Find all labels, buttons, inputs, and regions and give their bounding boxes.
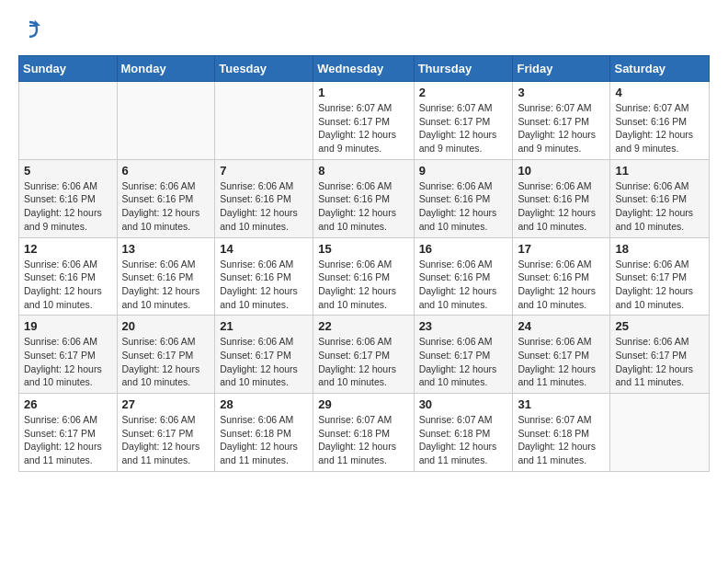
calendar-cell: 11Sunrise: 6:06 AM Sunset: 6:16 PM Dayli… <box>610 159 710 237</box>
day-number: 25 <box>615 319 704 333</box>
day-info: Sunrise: 6:06 AM Sunset: 6:17 PM Dayligh… <box>318 335 408 389</box>
calendar-cell: 18Sunrise: 6:06 AM Sunset: 6:17 PM Dayli… <box>610 237 710 316</box>
calendar-week-row: 19Sunrise: 6:06 AM Sunset: 6:17 PM Dayli… <box>19 316 710 394</box>
calendar-cell: 1Sunrise: 6:07 AM Sunset: 6:17 PM Daylig… <box>313 82 414 160</box>
day-number: 30 <box>419 397 508 411</box>
day-number: 5 <box>24 164 112 178</box>
day-number: 4 <box>615 86 704 99</box>
day-number: 6 <box>122 164 210 178</box>
logo <box>18 18 44 40</box>
calendar-cell: 28Sunrise: 6:06 AM Sunset: 6:18 PM Dayli… <box>215 394 313 472</box>
day-number: 16 <box>419 242 508 256</box>
day-info: Sunrise: 6:06 AM Sunset: 6:17 PM Dayligh… <box>419 335 508 389</box>
day-number: 1 <box>318 86 408 99</box>
day-info: Sunrise: 6:06 AM Sunset: 6:16 PM Dayligh… <box>419 258 508 312</box>
day-info: Sunrise: 6:07 AM Sunset: 6:17 PM Dayligh… <box>318 101 408 155</box>
calendar-cell: 13Sunrise: 6:06 AM Sunset: 6:16 PM Dayli… <box>117 237 215 316</box>
day-info: Sunrise: 6:06 AM Sunset: 6:17 PM Dayligh… <box>24 335 112 389</box>
calendar-cell <box>19 82 118 160</box>
calendar-cell: 7Sunrise: 6:06 AM Sunset: 6:16 PM Daylig… <box>215 159 313 237</box>
calendar-cell: 17Sunrise: 6:06 AM Sunset: 6:16 PM Dayli… <box>513 237 610 316</box>
day-number: 26 <box>24 397 112 411</box>
calendar-cell: 29Sunrise: 6:07 AM Sunset: 6:18 PM Dayli… <box>313 394 414 472</box>
calendar-cell: 23Sunrise: 6:06 AM Sunset: 6:17 PM Dayli… <box>414 316 513 394</box>
calendar-week-row: 1Sunrise: 6:07 AM Sunset: 6:17 PM Daylig… <box>19 82 710 160</box>
weekday-header-monday: Monday <box>117 56 215 82</box>
day-info: Sunrise: 6:06 AM Sunset: 6:16 PM Dayligh… <box>24 179 112 234</box>
page-header <box>18 18 710 40</box>
day-number: 2 <box>419 86 508 99</box>
day-info: Sunrise: 6:06 AM Sunset: 6:17 PM Dayligh… <box>615 335 704 389</box>
day-info: Sunrise: 6:06 AM Sunset: 6:18 PM Dayligh… <box>220 413 308 467</box>
calendar-cell: 24Sunrise: 6:06 AM Sunset: 6:17 PM Dayli… <box>513 316 610 394</box>
weekday-header-saturday: Saturday <box>610 56 710 82</box>
day-number: 20 <box>122 319 210 333</box>
weekday-header-wednesday: Wednesday <box>313 56 414 82</box>
day-number: 18 <box>615 242 704 256</box>
calendar-cell <box>215 82 313 160</box>
day-info: Sunrise: 6:07 AM Sunset: 6:18 PM Dayligh… <box>318 413 408 467</box>
day-number: 8 <box>318 164 408 178</box>
calendar-table: SundayMondayTuesdayWednesdayThursdayFrid… <box>18 55 710 472</box>
calendar-cell: 8Sunrise: 6:06 AM Sunset: 6:16 PM Daylig… <box>313 159 414 237</box>
day-number: 13 <box>122 242 210 256</box>
day-info: Sunrise: 6:06 AM Sunset: 6:17 PM Dayligh… <box>24 413 112 467</box>
day-number: 3 <box>518 86 605 99</box>
day-info: Sunrise: 6:06 AM Sunset: 6:16 PM Dayligh… <box>318 258 408 312</box>
calendar-cell: 2Sunrise: 6:07 AM Sunset: 6:17 PM Daylig… <box>414 82 513 160</box>
day-number: 10 <box>518 164 605 178</box>
calendar-cell: 3Sunrise: 6:07 AM Sunset: 6:17 PM Daylig… <box>513 82 610 160</box>
day-info: Sunrise: 6:07 AM Sunset: 6:16 PM Dayligh… <box>615 101 704 155</box>
day-number: 28 <box>220 397 308 411</box>
calendar-cell: 19Sunrise: 6:06 AM Sunset: 6:17 PM Dayli… <box>19 316 118 394</box>
calendar-cell: 9Sunrise: 6:06 AM Sunset: 6:16 PM Daylig… <box>414 159 513 237</box>
day-number: 23 <box>419 319 508 333</box>
weekday-header-sunday: Sunday <box>19 56 118 82</box>
day-info: Sunrise: 6:06 AM Sunset: 6:16 PM Dayligh… <box>318 179 408 234</box>
calendar-cell: 31Sunrise: 6:07 AM Sunset: 6:18 PM Dayli… <box>513 394 610 472</box>
weekday-header-friday: Friday <box>513 56 610 82</box>
day-info: Sunrise: 6:07 AM Sunset: 6:18 PM Dayligh… <box>419 413 508 467</box>
day-info: Sunrise: 6:06 AM Sunset: 6:17 PM Dayligh… <box>122 335 210 389</box>
weekday-header-row: SundayMondayTuesdayWednesdayThursdayFrid… <box>19 56 710 82</box>
calendar-cell: 6Sunrise: 6:06 AM Sunset: 6:16 PM Daylig… <box>117 159 215 237</box>
day-number: 27 <box>122 397 210 411</box>
day-info: Sunrise: 6:06 AM Sunset: 6:16 PM Dayligh… <box>615 179 704 234</box>
calendar-cell: 30Sunrise: 6:07 AM Sunset: 6:18 PM Dayli… <box>414 394 513 472</box>
day-info: Sunrise: 6:06 AM Sunset: 6:16 PM Dayligh… <box>220 179 308 234</box>
day-info: Sunrise: 6:06 AM Sunset: 6:16 PM Dayligh… <box>518 258 605 312</box>
calendar-cell: 22Sunrise: 6:06 AM Sunset: 6:17 PM Dayli… <box>313 316 414 394</box>
day-info: Sunrise: 6:06 AM Sunset: 6:17 PM Dayligh… <box>615 258 704 312</box>
logo-icon <box>18 18 40 40</box>
day-number: 21 <box>220 319 308 333</box>
calendar-cell: 12Sunrise: 6:06 AM Sunset: 6:16 PM Dayli… <box>19 237 118 316</box>
calendar-cell: 26Sunrise: 6:06 AM Sunset: 6:17 PM Dayli… <box>19 394 118 472</box>
svg-marker-0 <box>35 20 40 26</box>
day-number: 29 <box>318 397 408 411</box>
day-number: 11 <box>615 164 704 178</box>
day-number: 7 <box>220 164 308 178</box>
calendar-cell: 20Sunrise: 6:06 AM Sunset: 6:17 PM Dayli… <box>117 316 215 394</box>
day-info: Sunrise: 6:06 AM Sunset: 6:16 PM Dayligh… <box>122 258 210 312</box>
calendar-cell: 27Sunrise: 6:06 AM Sunset: 6:17 PM Dayli… <box>117 394 215 472</box>
calendar-cell <box>117 82 215 160</box>
day-number: 9 <box>419 164 508 178</box>
day-number: 15 <box>318 242 408 256</box>
calendar-cell: 15Sunrise: 6:06 AM Sunset: 6:16 PM Dayli… <box>313 237 414 316</box>
day-info: Sunrise: 6:06 AM Sunset: 6:17 PM Dayligh… <box>122 413 210 467</box>
calendar-week-row: 5Sunrise: 6:06 AM Sunset: 6:16 PM Daylig… <box>19 159 710 237</box>
calendar-cell <box>610 394 710 472</box>
day-number: 14 <box>220 242 308 256</box>
day-info: Sunrise: 6:06 AM Sunset: 6:17 PM Dayligh… <box>518 335 605 389</box>
day-info: Sunrise: 6:06 AM Sunset: 6:16 PM Dayligh… <box>122 179 210 234</box>
day-number: 17 <box>518 242 605 256</box>
day-number: 22 <box>318 319 408 333</box>
calendar-cell: 14Sunrise: 6:06 AM Sunset: 6:16 PM Dayli… <box>215 237 313 316</box>
day-number: 12 <box>24 242 112 256</box>
day-info: Sunrise: 6:06 AM Sunset: 6:16 PM Dayligh… <box>419 179 508 234</box>
weekday-header-tuesday: Tuesday <box>215 56 313 82</box>
calendar-cell: 5Sunrise: 6:06 AM Sunset: 6:16 PM Daylig… <box>19 159 118 237</box>
day-info: Sunrise: 6:06 AM Sunset: 6:16 PM Dayligh… <box>24 258 112 312</box>
day-number: 24 <box>518 319 605 333</box>
day-info: Sunrise: 6:06 AM Sunset: 6:17 PM Dayligh… <box>220 335 308 389</box>
